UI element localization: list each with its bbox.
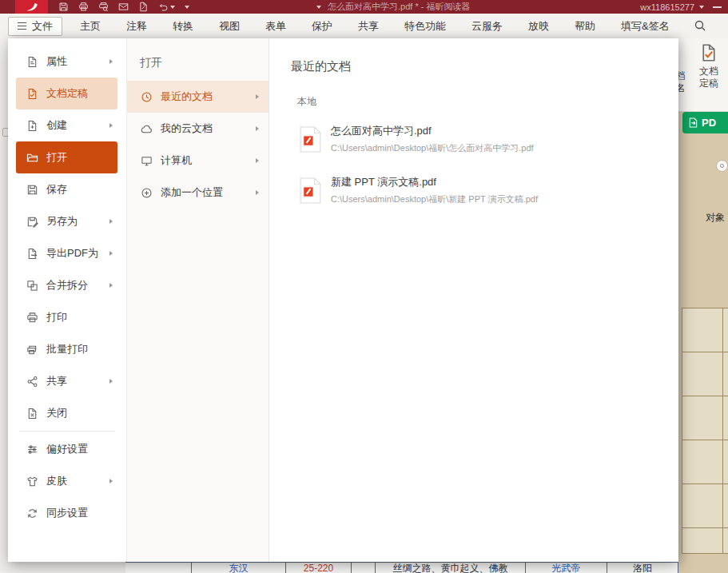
print-preview-button[interactable]: [98, 2, 109, 12]
sidebar-item-properties[interactable]: 属性: [16, 46, 117, 78]
sidebar-item-doc-finalize[interactable]: 文档定稿: [16, 78, 117, 109]
minimize-button[interactable]: [713, 6, 722, 8]
search-button[interactable]: [694, 19, 706, 32]
file-path: C:\Users\admin\Desktop\福昕\新建 PPT 演示文稿.pd…: [331, 193, 538, 205]
doc-finalize-icon: [699, 43, 718, 62]
merge-split-icon: [26, 280, 38, 292]
undo-button[interactable]: [158, 2, 175, 12]
titlebar: 怎么面对高中学习.pdf * - 福昕阅读器 wx118615277: [0, 0, 728, 14]
left-panel-tab-icon[interactable]: [2, 128, 8, 137]
submenu-arrow-icon: [109, 479, 113, 483]
sidebar-item-label: 批量打印: [46, 342, 113, 356]
tab-fill-sign[interactable]: 填写&签名: [608, 14, 682, 38]
recent-file-row[interactable]: 新建 PPT 演示文稿.pdf C:\Users\admin\Desktop\福…: [300, 169, 678, 211]
sidebar-item-label: 导出PDF为: [46, 246, 101, 261]
ribbon-partial-button[interactable]: 文档签名: [678, 70, 686, 94]
recent-file-list: 怎么面对高中学习.pdf C:\Users\admin\Desktop\福昕\怎…: [300, 118, 678, 211]
sidebar-item-sync-settings[interactable]: 同步设置: [16, 497, 117, 529]
foxit-logo-icon: [25, 2, 39, 12]
clock-icon: [141, 91, 153, 103]
sidebar-item-skin[interactable]: 皮肤: [16, 465, 117, 497]
doc-cell-emperor: 光武帝: [526, 563, 607, 573]
save-icon: [58, 2, 69, 12]
pdf-badge-label: PD: [702, 117, 716, 129]
tab-view[interactable]: 视图: [206, 14, 253, 38]
preferences-icon: [26, 444, 38, 456]
doc-cell-events: 丝绸之路、黄巾起义、佛教: [376, 563, 526, 573]
file-backstage-menu: 属性 文档定稿 创建 打开 保存 另存为: [8, 38, 678, 562]
email-icon: [118, 2, 129, 12]
save-as-icon: [26, 216, 38, 228]
submenu-arrow-icon: [256, 94, 259, 99]
tab-home[interactable]: 主页: [67, 14, 113, 38]
sidebar-item-create[interactable]: 创建: [16, 109, 117, 141]
sidebar-item-label: 打开: [46, 150, 113, 165]
submenu-arrow-icon: [109, 59, 113, 64]
recent-file-row[interactable]: 怎么面对高中学习.pdf C:\Users\admin\Desktop\福昕\怎…: [300, 118, 678, 160]
sidebar-item-label: 关闭: [46, 406, 113, 420]
sidebar-item-merge-split[interactable]: 合并拆分: [16, 269, 117, 301]
tab-form[interactable]: 表单: [253, 14, 299, 38]
open-panel: 打开 最近的文档 我的云文档 计算机: [127, 38, 269, 562]
sidebar-item-batch-print[interactable]: 批量打印: [16, 333, 117, 365]
sidebar-item-label: 文档定稿: [46, 86, 113, 101]
open-item-label: 我的云文档: [161, 121, 248, 136]
save-button[interactable]: [58, 2, 69, 12]
document-switcher-caret[interactable]: [316, 6, 321, 9]
email-button[interactable]: [118, 2, 129, 12]
sidebar-item-preferences[interactable]: 偏好设置: [16, 433, 117, 465]
ribbon-tabs: 主页 注释 转换 视图 表单 保护 共享 特色功能 云服务 放映 帮助 填写&签…: [67, 14, 682, 38]
tab-help[interactable]: 帮助: [562, 14, 608, 38]
tab-share[interactable]: 共享: [345, 14, 392, 38]
open-item-cloud-docs[interactable]: 我的云文档: [127, 113, 269, 145]
collapse-widget-button[interactable]: [716, 160, 728, 172]
doc-finalize-ribbon-label: 文档定稿: [698, 66, 719, 90]
tab-convert[interactable]: 转换: [160, 14, 206, 38]
document-page-fragment: [678, 112, 728, 562]
sidebar-item-label: 另存为: [46, 214, 101, 229]
print-icon: [78, 2, 89, 12]
sidebar-item-close[interactable]: 关闭: [16, 397, 117, 429]
sidebar-item-open[interactable]: 打开: [16, 141, 117, 173]
tab-slideshow[interactable]: 放映: [515, 14, 562, 38]
document-bottom-right: [678, 562, 728, 573]
sidebar-item-label: 属性: [46, 54, 101, 69]
undo-dropdown-caret: [170, 6, 175, 9]
sidebar-item-label: 皮肤: [46, 474, 101, 488]
left-panel-bottom: [0, 562, 125, 573]
submenu-arrow-icon: [109, 123, 113, 128]
tab-features[interactable]: 特色功能: [392, 14, 459, 38]
pdf-convert-icon: [689, 117, 698, 128]
tab-comment[interactable]: 注释: [113, 14, 160, 38]
backstage-sidebar: 属性 文档定稿 创建 打开 保存 另存为: [8, 38, 127, 562]
print-button[interactable]: [78, 2, 89, 12]
open-item-add-location[interactable]: 添加一个位置: [127, 177, 269, 209]
open-item-label: 添加一个位置: [161, 185, 248, 200]
sidebar-item-export-pdf[interactable]: 导出PDF为: [16, 237, 117, 269]
ribbon-tab-bar: 文件 主页 注释 转换 视图 表单 保护 共享 特色功能 云服务 放映 帮助 填…: [0, 14, 728, 38]
open-item-computer[interactable]: 计算机: [127, 145, 269, 177]
tab-cloud-services[interactable]: 云服务: [459, 14, 515, 38]
edit-document-button[interactable]: [138, 2, 149, 12]
file-name: 新建 PPT 演示文稿.pdf: [331, 175, 538, 189]
open-item-label: 最近的文档: [161, 90, 248, 104]
file-menu-label: 文件: [32, 19, 53, 34]
doc-finalize-ribbon-button[interactable]: 文档定稿: [696, 43, 722, 90]
pdf-to-office-badge[interactable]: PD: [682, 112, 728, 133]
submenu-arrow-icon: [256, 158, 259, 163]
sidebar-item-save[interactable]: 保存: [16, 173, 117, 205]
open-item-recent-docs[interactable]: 最近的文档: [127, 81, 269, 113]
sidebar-item-share[interactable]: 共享: [16, 365, 117, 397]
foxit-logo[interactable]: [15, 0, 48, 14]
doc-cell-capital: 洛阳: [607, 563, 678, 573]
sidebar-item-print[interactable]: 打印: [16, 301, 117, 333]
account-area[interactable]: wx118615277: [640, 0, 704, 14]
customize-toolbar-button[interactable]: [185, 6, 189, 9]
properties-icon: [26, 56, 38, 68]
file-menu-button[interactable]: 文件: [8, 17, 62, 36]
tab-protect[interactable]: 保护: [299, 14, 345, 38]
file-text-block: 新建 PPT 演示文稿.pdf C:\Users\admin\Desktop\福…: [331, 175, 538, 205]
hamburger-icon: [18, 22, 26, 30]
sidebar-item-label: 偏好设置: [46, 442, 113, 456]
sidebar-item-save-as[interactable]: 另存为: [16, 205, 117, 237]
